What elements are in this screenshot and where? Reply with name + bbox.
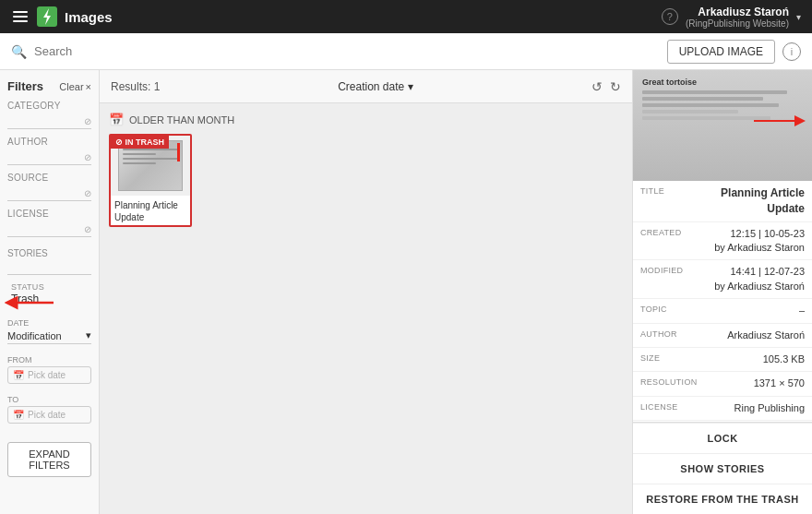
expand-filters-button[interactable]: EXPAND FILTERS: [7, 442, 91, 477]
reload-icon: ↻: [610, 79, 621, 94]
date-to-section: TO 📅 Pick date: [7, 395, 91, 424]
detail-author-row: AUTHOR Arkadiusz Staroń: [633, 324, 812, 348]
top-bar-right: ? Arkadiusz Staroń (RingPublishing Websi…: [662, 6, 801, 29]
hamburger-menu[interactable]: [11, 9, 30, 24]
detail-license-row: LICENSE Ring Publishing: [633, 397, 812, 421]
filter-license-search-icon: ⊘: [84, 224, 91, 234]
results-actions: ↺ ↻: [591, 79, 621, 94]
preview-red-arrow: [752, 107, 807, 135]
app-logo: [37, 6, 57, 27]
top-bar-left: Images: [11, 6, 113, 27]
filter-license: License ⊘: [7, 209, 91, 237]
date-to-picker[interactable]: 📅 Pick date: [7, 406, 91, 424]
panel-actions: LOCK SHOW STORIES RESTORE FROM THE TRASH: [633, 422, 812, 514]
filter-author-label: Author: [7, 137, 91, 147]
details-area: TITLE Planning Article Update CREATED 12…: [633, 181, 812, 422]
section-header: 📅 OLDER THAN MONTH: [109, 113, 623, 126]
preview-image: Great tortoise: [633, 70, 812, 181]
restore-from-trash-button[interactable]: RESTORE FROM THE TRASH: [633, 484, 812, 514]
app-title: Images: [65, 9, 113, 25]
section-calendar-icon: 📅: [109, 113, 124, 126]
filter-category: Category ⊘: [7, 101, 91, 129]
calendar-to-icon: 📅: [13, 410, 24, 420]
help-icon[interactable]: ?: [662, 8, 678, 25]
author-value: Arkadiusz Staroń: [705, 329, 805, 342]
user-info: Arkadiusz Staroń (RingPublishing Website…: [686, 6, 789, 29]
detail-size-row: SIZE 105.3 KB: [633, 348, 812, 372]
filter-author-search-icon: ⊘: [84, 152, 91, 162]
info-icon[interactable]: i: [782, 42, 801, 61]
filter-author-input[interactable]: ⊘: [7, 149, 91, 165]
status-arrow-indicator: [0, 290, 55, 316]
size-value: 105.3 KB: [705, 353, 805, 366]
sidebar-filters: Filters Clear × Category ⊘ Author ⊘ Sour…: [0, 70, 100, 514]
detail-modified-row: MODIFIED 14:41 | 12-07-23 by Arkadiusz S…: [633, 260, 812, 299]
stories-section: Stories: [7, 245, 91, 275]
date-from-label: FROM: [7, 355, 91, 365]
upload-image-button[interactable]: UPLOAD IMAGE: [667, 40, 775, 64]
stories-label: Stories: [7, 248, 91, 258]
topic-key: TOPIC: [640, 304, 699, 314]
clear-filters-button[interactable]: Clear ×: [59, 81, 91, 92]
date-from-placeholder: Pick date: [28, 370, 66, 380]
modified-value: 14:41 | 12-07-23 by Arkadiusz Staroń: [705, 265, 805, 293]
resolution-key: RESOLUTION: [640, 377, 699, 387]
filter-author: Author ⊘: [7, 137, 91, 165]
image-card-0[interactable]: ⊘ IN TRASH Planning Article Update: [109, 134, 192, 227]
license-value: Ring Publishing: [705, 401, 805, 415]
title-value: Planning Article Update: [705, 185, 805, 217]
results-bar: Results: 1 Creation date ▾ ↺ ↻: [100, 70, 632, 103]
detail-topic-row: TOPIC –: [633, 299, 812, 323]
status-section: STATUS Trash: [7, 282, 91, 305]
created-key: CREATED: [640, 227, 699, 237]
image-name: Planning Article Update: [111, 196, 190, 225]
date-type-select[interactable]: Modification ▾: [7, 328, 91, 344]
title-key: TITLE: [640, 185, 699, 196]
show-stories-button[interactable]: SHOW STORIES: [633, 453, 812, 484]
filter-source-search-icon: ⊘: [84, 188, 91, 198]
top-bar: Images ? Arkadiusz Staroń (RingPublishin…: [0, 0, 812, 33]
sort-label: Creation date: [338, 80, 404, 93]
filter-license-label: License: [7, 209, 91, 219]
topic-value: –: [705, 304, 805, 317]
results-count: Results: 1: [111, 80, 160, 93]
date-section: DATE Modification ▾: [7, 318, 91, 344]
user-subtitle: (RingPublishing Website): [686, 18, 789, 29]
license-key: LICENSE: [640, 401, 699, 412]
search-input[interactable]: [34, 44, 660, 58]
content-area: Results: 1 Creation date ▾ ↺ ↻ 📅 OLDER T…: [100, 70, 632, 514]
date-from-picker[interactable]: 📅 Pick date: [7, 366, 91, 384]
calendar-from-icon: 📅: [13, 370, 24, 380]
detail-title-row: TITLE Planning Article Update: [633, 181, 812, 222]
sort-chevron: ▾: [408, 80, 413, 93]
thumb-line-1: [123, 149, 178, 150]
sort-selector[interactable]: Creation date ▾: [338, 80, 413, 93]
filter-source-input[interactable]: ⊘: [7, 185, 91, 201]
section-label: OLDER THAN MONTH: [129, 114, 234, 126]
right-panel: Great tortoise: [632, 70, 812, 514]
refresh-icon: ↺: [591, 79, 603, 94]
size-key: SIZE: [640, 353, 699, 363]
date-label: DATE: [7, 318, 91, 328]
thumb-red-bar: [177, 143, 180, 161]
preview-title: Great tortoise: [642, 78, 697, 87]
date-to-placeholder: Pick date: [28, 410, 66, 420]
thumb-lines: [123, 149, 178, 164]
search-bar: 🔍 UPLOAD IMAGE i: [0, 33, 812, 70]
date-type-chevron: ▾: [86, 329, 91, 341]
filter-category-input[interactable]: ⊘: [7, 114, 91, 129]
in-trash-badge: ⊘ IN TRASH: [111, 136, 169, 149]
reload-button[interactable]: ↻: [610, 79, 621, 94]
detail-created-row: CREATED 12:15 | 10-05-23 by Arkadiusz St…: [633, 222, 812, 261]
refresh-button[interactable]: ↺: [591, 79, 603, 94]
thumb-line-4: [123, 162, 156, 164]
thumb-line-3: [123, 158, 178, 160]
filter-license-input[interactable]: ⊘: [7, 221, 91, 237]
search-icon: 🔍: [11, 44, 27, 59]
date-to-label: TO: [7, 395, 91, 404]
user-chevron[interactable]: ▾: [796, 12, 801, 22]
user-name: Arkadiusz Staroń: [686, 6, 789, 18]
lock-button[interactable]: LOCK: [633, 423, 812, 453]
date-type-label: Modification: [7, 330, 62, 341]
filter-category-label: Category: [7, 101, 91, 111]
